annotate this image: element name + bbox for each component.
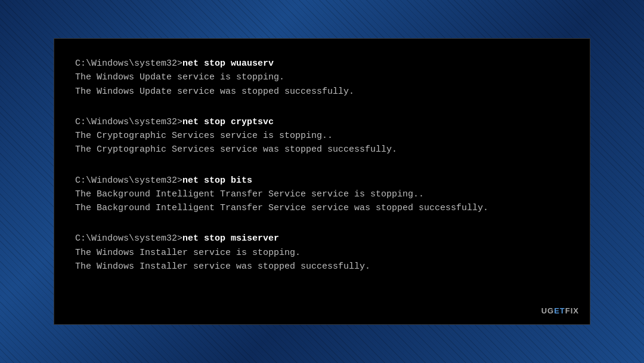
watermark-suffix: FIX [565,306,579,315]
command-line-2: C:\Windows\system32>net stop cryptsvc [75,115,569,129]
command-block-1: C:\Windows\system32>net stop wuauserv Th… [75,57,569,99]
output-line-2-1: The Cryptographic Services service is st… [75,129,569,143]
command-line-1: C:\Windows\system32>net stop wuauserv [75,57,569,70]
output-line-3-1: The Background Intelligent Transfer Serv… [75,187,569,201]
command-line-3: C:\Windows\system32>net stop bits [75,174,569,187]
command-text-3: net stop bits [182,176,252,186]
watermark-highlight: ET [554,306,565,315]
output-line-3-2: The Background Intelligent Transfer Serv… [75,201,569,215]
command-text-1: net stop wuauserv [182,59,274,69]
command-block-2: C:\Windows\system32>net stop cryptsvc Th… [75,115,569,157]
terminal-window: C:\Windows\system32>net stop wuauserv Th… [54,38,590,325]
output-line-2-2: The Cryptographic Services service was s… [75,143,569,156]
background: C:\Windows\system32>net stop wuauserv Th… [0,0,644,363]
output-line-1-1: The Windows Update service is stopping. [75,70,569,84]
command-text-4: net stop msiserver [182,233,279,244]
output-line-1-2: The Windows Update service was stopped s… [75,85,569,99]
output-line-4-2: The Windows Installer service was stoppe… [75,260,569,273]
prompt-2: C:\Windows\system32> [75,117,182,127]
prompt-4: C:\Windows\system32> [75,233,182,244]
prompt-1: C:\Windows\system32> [75,59,182,69]
output-line-4-1: The Windows Installer service is stoppin… [75,246,569,260]
watermark-prefix: UG [541,306,555,315]
command-line-4: C:\Windows\system32>net stop msiserver [75,232,569,245]
command-block-4: C:\Windows\system32>net stop msiserver T… [75,232,569,273]
prompt-3: C:\Windows\system32> [75,176,182,186]
command-text-2: net stop cryptsvc [182,117,274,127]
watermark: UGETFIX [541,305,579,317]
command-block-3: C:\Windows\system32>net stop bits The Ba… [75,174,569,216]
